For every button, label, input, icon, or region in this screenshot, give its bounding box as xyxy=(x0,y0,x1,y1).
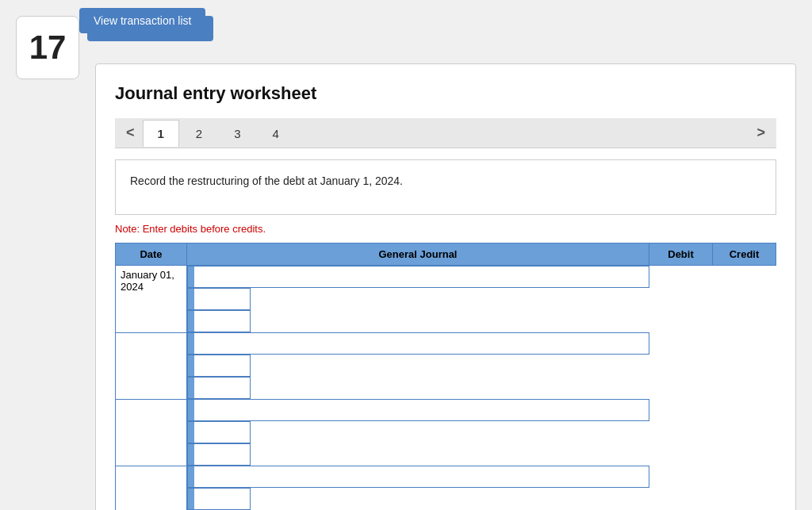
credit-cell-2[interactable] xyxy=(187,443,251,466)
tab-1[interactable]: 1 xyxy=(143,120,179,147)
debit-input-1[interactable] xyxy=(194,355,250,376)
credit-input-2[interactable] xyxy=(194,444,250,465)
tab-prev-button[interactable]: < xyxy=(118,118,143,148)
blue-bar-0 xyxy=(188,267,194,287)
worksheet-title: Journal entry worksheet xyxy=(115,83,776,104)
table-row: January 01,2024 xyxy=(116,266,776,333)
credit-input-0[interactable] xyxy=(194,311,250,332)
journal-input-0[interactable] xyxy=(194,267,649,287)
col-header-date: Date xyxy=(116,243,187,266)
note-text: Note: Enter debits before credits. xyxy=(115,223,776,235)
debit-input-2[interactable] xyxy=(194,422,250,443)
journal-table: Date General Journal Debit Credit Januar… xyxy=(115,243,776,510)
table-row xyxy=(116,466,776,510)
journal-input-1[interactable] xyxy=(194,333,649,354)
date-cell-3 xyxy=(116,466,187,510)
date-cell-2 xyxy=(116,399,187,466)
debit-cell-3[interactable] xyxy=(187,488,251,510)
debit-cell-1[interactable] xyxy=(187,355,251,377)
table-row xyxy=(116,399,776,466)
credit-cell-0[interactable] xyxy=(187,310,251,332)
blue-bar-credit-1 xyxy=(188,378,194,398)
col-header-credit: Credit xyxy=(713,243,776,266)
blue-bar-debit-0 xyxy=(188,289,194,309)
instruction-box: Record the restructuring of the debt at … xyxy=(115,159,776,215)
blue-bar-credit-2 xyxy=(188,444,194,465)
blue-bar-3 xyxy=(188,466,194,487)
blue-bar-debit-1 xyxy=(188,355,194,376)
journal-cell-1[interactable] xyxy=(187,332,649,355)
blue-bar-debit-3 xyxy=(188,489,194,509)
credit-input-1[interactable] xyxy=(194,378,250,398)
journal-cell-3[interactable] xyxy=(187,466,649,488)
tab-4[interactable]: 4 xyxy=(258,120,294,147)
journal-cell-0[interactable] xyxy=(187,266,649,288)
blue-bar-1 xyxy=(188,333,194,354)
date-cell-1 xyxy=(116,332,187,399)
tab-2[interactable]: 2 xyxy=(181,120,217,147)
col-header-debit: Debit xyxy=(649,243,713,266)
journal-input-2[interactable] xyxy=(194,400,649,420)
debit-input-3[interactable] xyxy=(194,489,250,509)
problem-number-badge: 17 xyxy=(16,16,79,79)
view-transaction-button[interactable]: View transaction list xyxy=(79,8,205,33)
debit-cell-2[interactable] xyxy=(187,421,251,443)
tabs-row: < 1 2 3 4 > xyxy=(115,118,776,148)
debit-input-0[interactable] xyxy=(194,289,250,309)
tab-3[interactable]: 3 xyxy=(219,120,255,147)
col-header-journal: General Journal xyxy=(187,243,649,266)
journal-input-3[interactable] xyxy=(194,466,649,487)
main-panel: Journal entry worksheet < 1 2 3 4 > Reco… xyxy=(95,63,796,510)
blue-bar-credit-0 xyxy=(188,311,194,332)
blue-bar-debit-2 xyxy=(188,422,194,443)
credit-cell-1[interactable] xyxy=(187,377,251,399)
blue-bar-2 xyxy=(188,400,194,420)
debit-cell-0[interactable] xyxy=(187,288,251,310)
journal-cell-2[interactable] xyxy=(187,399,649,421)
table-row xyxy=(116,332,776,399)
tab-next-button[interactable]: > xyxy=(749,118,773,148)
date-cell-0: January 01,2024 xyxy=(116,266,187,333)
